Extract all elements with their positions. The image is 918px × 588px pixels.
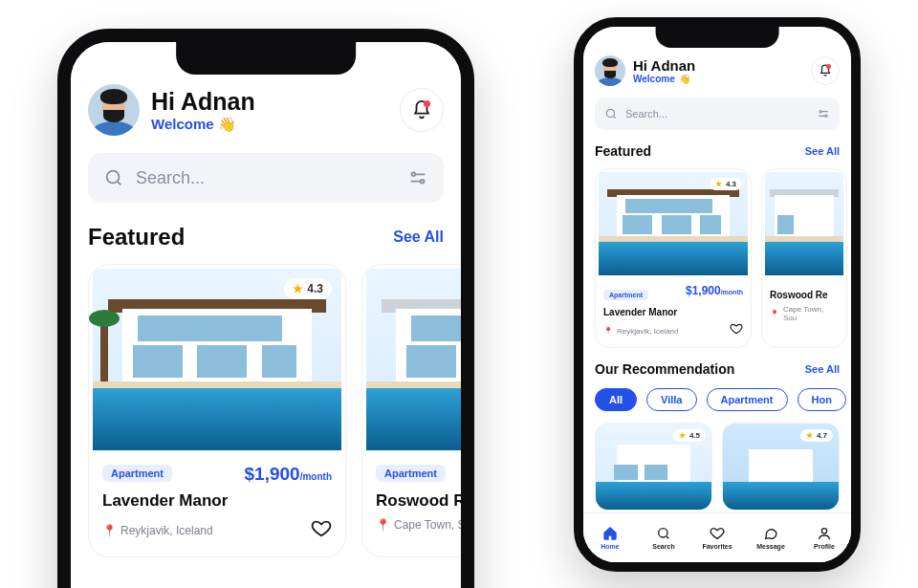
heart-icon [710,526,725,541]
property-image [366,269,474,450]
tab-search[interactable]: Search [637,513,690,562]
welcome-text: Welcome [633,74,675,84]
tab-label: Profile [814,543,835,550]
rating-badge: ★4.3 [710,178,742,190]
location: 📍 Reykjavik, Iceland [102,524,213,537]
location: 📍 Cape Town, Sou [376,518,474,532]
phone-mockup-small: Hi Adnan Welcome 👋 Search... Featured Se… [574,17,861,572]
filter-chip-apartment[interactable]: Apartment [707,388,788,411]
avatar[interactable] [595,55,625,86]
favorite-button[interactable] [311,518,332,543]
featured-see-all-link[interactable]: See All [393,229,444,246]
svg-point-0 [107,171,120,184]
property-name: Roswood Re [376,491,474,511]
location: 📍Reykjavik, Iceland [603,327,678,336]
property-name: Roswood Re [770,290,839,300]
rating-badge: ★4.5 [673,429,706,442]
filter-chips: All Villa Apartment Hon [595,388,840,411]
svg-point-6 [659,529,667,537]
pin-icon: 📍 [603,327,613,336]
tab-label: Favorites [702,543,732,550]
greeting: Hi Adnan [151,88,388,116]
tab-label: Search [652,543,674,550]
recommendation-grid: ★4.5 ★4.7 [595,423,840,511]
sliders-icon[interactable] [407,167,428,188]
recommendation-see-all-link[interactable]: See All [805,363,840,375]
screen: Hi Adnan Welcome 👋 Search... Featured Se… [71,42,461,588]
featured-card[interactable]: Apartment Roswood Re 📍 Cape Town, Sou [361,264,474,557]
screen: Hi Adnan Welcome 👋 Search... Featured Se… [583,27,851,562]
wave-icon: 👋 [218,116,236,133]
featured-title: Featured [595,143,651,159]
sliders-icon[interactable] [817,107,830,120]
property-name: Lavender Manor [603,307,743,317]
rating-badge: ★ 4.3 [284,278,332,299]
header-text: Hi Adnan Welcome 👋 [151,88,388,133]
greeting: Hi Adnan [633,57,803,74]
search-placeholder: Search... [625,108,809,120]
recommendation-title: Our Recommendation [595,361,734,377]
featured-card[interactable]: Roswood Re 📍Cape Town, Sou [761,168,847,348]
notification-dot [826,64,831,69]
filter-chip-villa[interactable]: Villa [646,388,696,411]
profile-icon [817,526,832,541]
avatar[interactable] [88,84,140,136]
property-name: Lavender Manor [102,491,332,511]
type-badge: Apartment [376,465,446,482]
notifications-button[interactable] [811,56,840,85]
featured-card[interactable]: ★4.3 Apartment $1,900/month Lavender Man… [595,168,752,348]
welcome-text: Welcome [151,116,214,132]
heart-icon [311,518,332,539]
star-icon: ★ [293,282,303,295]
type-badge: Apartment [102,465,172,482]
svg-point-5 [825,115,827,117]
recommendation-card[interactable]: ★4.5 [595,423,712,511]
notifications-button[interactable] [400,88,444,132]
header: Hi Adnan Welcome 👋 [88,42,444,136]
phone-mockup-large: Hi Adnan Welcome 👋 Search... Featured Se… [57,29,474,588]
featured-card[interactable]: ★ 4.3 Apartment $1,900/month Lavender Ma… [88,264,346,557]
featured-header: Featured See All [88,224,444,250]
tab-favorites[interactable]: Favorites [690,513,744,562]
home-icon [602,526,618,541]
svg-point-1 [412,173,416,177]
price: $1,900/month [245,464,332,485]
search-icon [103,167,124,188]
filter-chip-more[interactable]: Hon [798,388,846,411]
notification-dot [424,100,430,107]
featured-see-all-link[interactable]: See All [805,145,840,157]
type-badge: Apartment [603,290,648,300]
featured-scroll[interactable]: ★ 4.3 Apartment $1,900/month Lavender Ma… [88,264,444,557]
recommendation-card[interactable]: ★4.7 [722,423,840,511]
featured-title: Featured [88,224,185,250]
tab-label: Home [601,543,619,550]
star-icon: ★ [679,431,686,440]
search-input[interactable]: Search... [595,98,840,130]
star-icon: ★ [715,180,722,188]
search-input[interactable]: Search... [88,153,444,203]
tab-profile[interactable]: Profile [798,513,851,562]
star-icon: ★ [806,431,813,440]
header: Hi Adnan Welcome 👋 [595,27,840,86]
price: $1,900/month [686,284,743,297]
featured-scroll[interactable]: ★4.3 Apartment $1,900/month Lavender Man… [595,168,840,348]
welcome-row: Welcome 👋 [151,116,388,133]
svg-point-2 [421,180,425,184]
tab-home[interactable]: Home [583,513,637,562]
heart-icon [730,322,743,336]
favorite-button[interactable] [730,322,743,339]
pin-icon: 📍 [376,518,390,532]
message-icon [763,526,778,541]
location: 📍Cape Town, Sou [770,305,839,322]
pin-icon: 📍 [770,310,779,318]
search-icon [604,107,618,120]
svg-point-3 [606,109,614,117]
tab-label: Message [756,543,785,550]
filter-chip-all[interactable]: All [595,388,637,411]
property-image: ★ 4.3 [93,269,341,450]
tab-message[interactable]: Message [744,513,798,562]
search-placeholder: Search... [136,168,396,188]
tab-bar: Home Search Favorites Message Profile [583,512,851,562]
wave-icon: 👋 [679,74,690,84]
svg-point-4 [820,111,821,113]
